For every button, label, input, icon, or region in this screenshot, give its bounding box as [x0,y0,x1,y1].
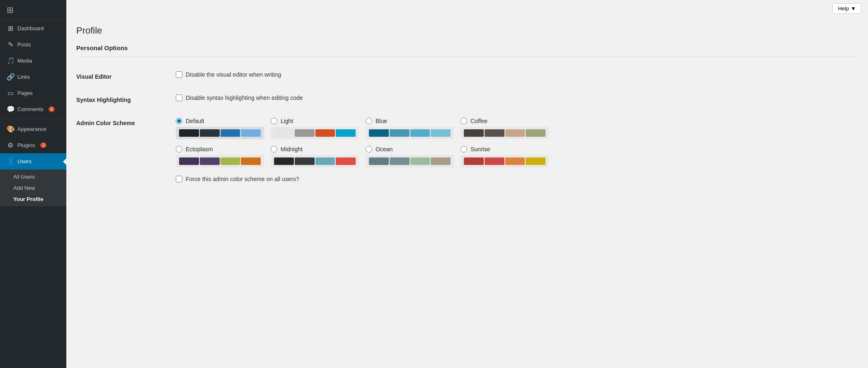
dashboard-icon: ⊞ [7,24,14,32]
color-scheme-sunrise[interactable]: Sunrise [461,146,549,167]
site-logo: ⊞ [0,0,66,20]
nav-divider-1 [0,119,66,119]
color-scheme-light[interactable]: Light [271,118,359,139]
swatch [274,157,294,165]
syntax-highlighting-field[interactable]: Disable syntax highlighting when editing… [176,94,858,101]
color-schemes-grid: DefaultLightBlueCoffeeEctoplasmMidnightO… [176,118,549,167]
sidebar-item-users[interactable]: 👤 Users [0,153,66,169]
swatch [336,157,356,165]
sidebar-item-posts[interactable]: ✎ Posts [0,36,66,53]
sidebar-item-media[interactable]: 🎵 Media [0,53,66,69]
swatch [410,157,430,165]
users-icon: 👤 [7,157,14,165]
color-scheme-radio-ectoplasm[interactable] [176,146,182,153]
posts-icon: ✎ [7,41,14,48]
swatch [295,129,315,137]
color-scheme-blue[interactable]: Blue [366,118,454,139]
users-submenu: All Users Add New Your Profile [0,169,66,206]
force-scheme-checkbox[interactable] [176,176,182,182]
color-scheme-ocean[interactable]: Ocean [366,146,454,167]
color-swatches-light [271,127,359,139]
swatch [241,129,261,137]
swatch [390,157,410,165]
swatch [179,129,199,137]
syntax-highlighting-label: Syntax Highlighting [76,88,176,111]
sidebar-item-add-new[interactable]: Add New [0,182,66,194]
visual-editor-checkbox[interactable] [176,71,182,78]
color-scheme-radio-sunrise[interactable] [461,146,467,153]
color-scheme-header-blue: Blue [366,118,454,124]
pages-icon: ▭ [7,89,14,97]
swatch [241,157,261,165]
swatch [369,157,389,165]
sidebar-item-appearance[interactable]: 🎨 Appearance [0,121,66,137]
color-scheme-name-ocean: Ocean [376,146,393,153]
comments-badge: 6 [48,107,55,112]
color-scheme-radio-blue[interactable] [366,118,372,124]
swatch [315,129,335,137]
swatch [200,129,220,137]
color-scheme-default[interactable]: Default [176,118,264,139]
sidebar-arrow [63,158,66,165]
comments-icon: 💬 [7,105,14,113]
syntax-highlighting-checkbox[interactable] [176,94,182,101]
swatch [505,129,525,137]
color-scheme-name-blue: Blue [376,118,387,124]
sidebar-item-dashboard[interactable]: ⊞ Dashboard [0,20,66,36]
color-scheme-header-ocean: Ocean [366,146,454,153]
help-button[interactable]: Help ▼ [832,3,861,14]
swatch [336,129,356,137]
sidebar-item-links[interactable]: 🔗 Links [0,69,66,85]
swatch [369,129,389,137]
swatch [526,129,546,137]
appearance-icon: 🎨 [7,125,14,133]
swatch [526,157,546,165]
color-scheme-name-light: Light [281,118,293,124]
color-scheme-midnight[interactable]: Midnight [271,146,359,167]
swatch [431,129,451,137]
color-scheme-name-coffee: Coffee [470,118,487,124]
color-scheme-radio-midnight[interactable] [271,146,277,153]
sidebar-item-all-users[interactable]: All Users [0,171,66,182]
color-swatches-midnight [271,155,359,167]
color-scheme-row: Admin Color Scheme DefaultLightBlueCoffe… [76,111,858,189]
color-scheme-header-light: Light [271,118,359,124]
swatch [464,129,484,137]
color-scheme-name-default: Default [186,118,204,124]
sidebar-item-comments[interactable]: 💬 Comments 6 [0,101,66,117]
color-swatches-blue [366,127,454,139]
visual-editor-field[interactable]: Disable the visual editor when writing [176,71,858,78]
color-swatches-default [176,127,264,139]
color-swatches-coffee [461,127,549,139]
visual-editor-label: Visual Editor [76,65,176,88]
color-scheme-coffee[interactable]: Coffee [461,118,549,139]
media-icon: 🎵 [7,57,14,65]
color-scheme-header-sunrise: Sunrise [461,146,549,153]
color-scheme-radio-ocean[interactable] [366,146,372,153]
sidebar-item-your-profile[interactable]: Your Profile [0,194,66,205]
color-scheme-radio-default[interactable] [176,118,182,124]
color-scheme-header-ectoplasm: Ectoplasm [176,146,264,153]
swatch [179,157,199,165]
swatch [221,157,240,165]
sidebar-item-plugins[interactable]: ⚙ Plugins 3 [0,137,66,153]
color-scheme-radio-light[interactable] [271,118,277,124]
color-scheme-header-default: Default [176,118,264,124]
color-swatches-sunrise [461,155,549,167]
color-scheme-header-coffee: Coffee [461,118,549,124]
color-scheme-label: Admin Color Scheme [76,111,176,189]
sidebar: ⊞ ⊞ Dashboard ✎ Posts 🎵 Media 🔗 Links ▭ … [0,0,66,368]
syntax-highlighting-row: Syntax Highlighting Disable syntax highl… [76,88,858,111]
swatch [274,129,294,137]
color-scheme-radio-coffee[interactable] [461,118,467,124]
plugins-icon: ⚙ [7,141,14,149]
swatch [410,129,430,137]
color-scheme-ectoplasm[interactable]: Ectoplasm [176,146,264,167]
visual-editor-row: Visual Editor Disable the visual editor … [76,65,858,88]
force-scheme-row: Force this admin color scheme on all use… [176,176,858,182]
swatch [295,157,315,165]
profile-form-table: Visual Editor Disable the visual editor … [76,65,858,189]
swatch [505,157,525,165]
sidebar-item-pages[interactable]: ▭ Pages [0,85,66,101]
content-area: Profile Personal Options Visual Editor D… [66,17,868,368]
